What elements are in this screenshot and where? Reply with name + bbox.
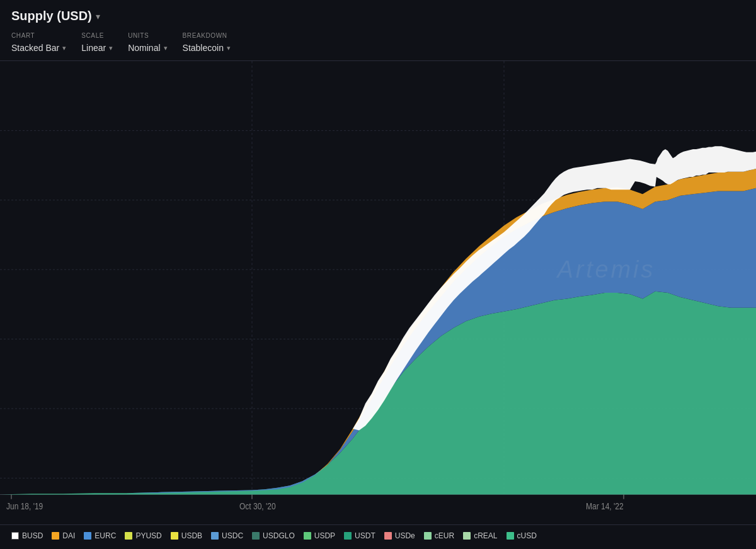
legend-label: USDP xyxy=(314,531,335,540)
units-control-group: UNITS Nominal ▾ xyxy=(128,32,167,54)
scale-dropdown[interactable]: Linear ▾ xyxy=(81,42,113,54)
scale-control-group: SCALE Linear ▾ xyxy=(81,32,113,54)
title-row: Supply (USD) ▾ xyxy=(11,9,745,23)
page-title: Supply (USD) xyxy=(11,9,92,23)
legend-item: USDB xyxy=(171,531,202,540)
legend-swatch xyxy=(384,532,392,540)
legend-label: BUSD xyxy=(22,531,43,540)
chart-control-group: CHART Stacked Bar ▾ xyxy=(11,32,66,54)
header: Supply (USD) ▾ CHART Stacked Bar ▾ SCALE… xyxy=(0,0,756,61)
legend-item: USDT xyxy=(344,531,375,540)
chart-dropdown[interactable]: Stacked Bar ▾ xyxy=(11,42,66,54)
legend-item: cREAL xyxy=(463,531,497,540)
legend-swatch xyxy=(211,532,219,540)
legend-label: USDB xyxy=(181,531,202,540)
legend-swatch xyxy=(304,532,311,540)
breakdown-control-group: BREAKDOWN Stablecoin ▾ xyxy=(183,32,231,54)
legend-item: DAI xyxy=(52,531,75,540)
legend-item: EURC xyxy=(84,531,116,540)
units-dropdown[interactable]: Nominal ▾ xyxy=(128,42,167,54)
breakdown-value: Stablecoin xyxy=(183,43,224,53)
legend-label: cREAL xyxy=(474,531,497,540)
legend-swatch xyxy=(125,532,132,540)
units-value: Nominal xyxy=(128,43,160,53)
legend-swatch xyxy=(52,532,59,540)
chart-label: CHART xyxy=(11,32,66,39)
legend-label: USDGLO xyxy=(263,531,295,540)
legend-label: cUSD xyxy=(517,531,537,540)
scale-chevron-icon: ▾ xyxy=(109,44,113,52)
legend-item: USDC xyxy=(211,531,243,540)
legend-swatch xyxy=(463,532,471,540)
legend-swatch xyxy=(344,532,352,540)
legend-label: USDC xyxy=(222,531,243,540)
legend-item: cEUR xyxy=(424,531,454,540)
controls-row: CHART Stacked Bar ▾ SCALE Linear ▾ UNITS… xyxy=(11,32,745,54)
legend-item: cUSD xyxy=(507,531,537,540)
legend-item: PYUSD xyxy=(125,531,161,540)
scale-value: Linear xyxy=(81,43,106,53)
chart-chevron-icon: ▾ xyxy=(62,44,66,52)
main-container: Supply (USD) ▾ CHART Stacked Bar ▾ SCALE… xyxy=(0,0,756,549)
legend-item: USDe xyxy=(384,531,415,540)
breakdown-dropdown[interactable]: Stablecoin ▾ xyxy=(183,42,231,54)
legend-item: USDGLO xyxy=(252,531,295,540)
title-chevron-icon[interactable]: ▾ xyxy=(96,11,100,21)
chart-value: Stacked Bar xyxy=(11,43,59,53)
legend-swatch xyxy=(252,532,260,540)
legend-label: DAI xyxy=(62,531,75,540)
breakdown-label: BREAKDOWN xyxy=(183,32,231,39)
legend-swatch xyxy=(11,532,19,540)
chart-area: Artemis xyxy=(0,61,756,524)
units-chevron-icon: ▾ xyxy=(164,44,168,52)
svg-text:Jun 18, '19: Jun 18, '19 xyxy=(6,501,43,511)
legend: BUSDDAIEURCPYUSDUSDBUSDCUSDGLOUSDPUSDTUS… xyxy=(0,524,756,549)
legend-swatch xyxy=(507,532,514,540)
chart-svg: Jun 18, '19 Oct 30, '20 Mar 14, '22 xyxy=(0,61,756,524)
svg-text:Mar 14, '22: Mar 14, '22 xyxy=(586,501,624,511)
legend-item: USDP xyxy=(304,531,335,540)
legend-label: USDe xyxy=(395,531,415,540)
legend-label: EURC xyxy=(94,531,116,540)
legend-label: cEUR xyxy=(435,531,454,540)
legend-swatch xyxy=(84,532,91,540)
legend-swatch xyxy=(424,532,432,540)
svg-text:Oct 30, '20: Oct 30, '20 xyxy=(239,501,276,511)
legend-item: BUSD xyxy=(11,531,43,540)
legend-label: USDT xyxy=(355,531,375,540)
legend-label: PYUSD xyxy=(135,531,161,540)
legend-swatch xyxy=(171,532,178,540)
scale-label: SCALE xyxy=(81,32,113,39)
units-label: UNITS xyxy=(128,32,167,39)
breakdown-chevron-icon: ▾ xyxy=(227,44,231,52)
